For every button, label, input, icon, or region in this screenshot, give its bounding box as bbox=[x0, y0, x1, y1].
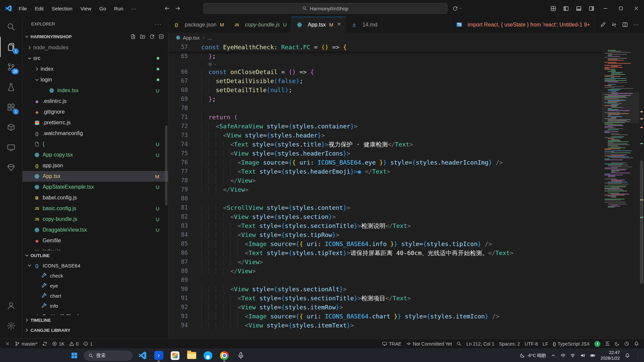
outline-item-eye[interactable]: eye bbox=[22, 281, 168, 291]
tree-item-eslintrc-js[interactable]: ◆.eslintrc.js bbox=[22, 96, 168, 107]
activity-source-control[interactable]: 28 bbox=[0, 57, 22, 77]
code-editor[interactable]: 57const EyeHealthCheck: React.FC = () =>… bbox=[168, 43, 644, 339]
battery-icon[interactable] bbox=[590, 353, 595, 358]
menu-run[interactable]: Run bbox=[110, 0, 127, 17]
minimize-button[interactable] bbox=[598, 0, 613, 17]
status-remote-indicator[interactable] bbox=[3, 339, 12, 349]
tree-item-src[interactable]: src bbox=[22, 53, 168, 64]
tree-item-node-modules[interactable]: node_modules bbox=[22, 42, 168, 53]
status-ai-status[interactable] bbox=[592, 339, 603, 349]
tab-14-md[interactable]: 14.md bbox=[346, 17, 382, 33]
outline-item-icons-base64[interactable]: {}ICONS_BASE64 bbox=[22, 260, 168, 270]
status-zoom-indicator[interactable] bbox=[454, 339, 464, 349]
editor-scrollbar[interactable] bbox=[640, 161, 643, 284]
close-button[interactable] bbox=[629, 0, 644, 17]
tree-item-item[interactable]: {U bbox=[22, 139, 168, 149]
tree-item-gitignore[interactable]: ◆.gitignore bbox=[22, 107, 168, 117]
command-center-search[interactable]: HarmonyRnShop bbox=[203, 3, 447, 14]
more-actions-button[interactable]: ··· bbox=[633, 22, 639, 28]
timeline-header[interactable]: TIMELINE bbox=[22, 315, 168, 325]
tree-item-appstateexample-tsx[interactable]: AppStateExample.tsxU bbox=[22, 182, 168, 192]
status-trae[interactable]: TRAE bbox=[380, 339, 404, 349]
toggle-panel-button[interactable] bbox=[572, 0, 585, 17]
customize-layout-button[interactable] bbox=[547, 0, 559, 17]
diff-icon[interactable] bbox=[611, 22, 617, 27]
outline-header[interactable]: OUTLINE bbox=[22, 250, 168, 260]
status-eol[interactable]: LF bbox=[540, 339, 550, 349]
menu-file[interactable]: File bbox=[15, 0, 31, 17]
activity-settings[interactable] bbox=[0, 316, 22, 336]
activity-preview[interactable] bbox=[0, 137, 22, 158]
activity-remote-explorer[interactable] bbox=[0, 117, 22, 137]
menu-view[interactable]: View bbox=[76, 0, 95, 17]
tree-item-app-copy-tsx[interactable]: App copy.tsxU bbox=[22, 149, 168, 160]
taskbar-app-vscode[interactable] bbox=[136, 349, 149, 362]
taskbar-app-file-explorer[interactable] bbox=[185, 349, 198, 362]
volume-icon[interactable] bbox=[580, 353, 585, 358]
tab-copy-bundle-js[interactable]: JScopy-bundle.jsU bbox=[229, 17, 291, 33]
refresh-icon[interactable] bbox=[149, 34, 155, 39]
outline-item-eyehealthcheck[interactable]: ƒEyeHealthCheck bbox=[22, 311, 168, 315]
collapse-all-icon[interactable] bbox=[159, 34, 164, 39]
inline-ai-widget[interactable] bbox=[168, 61, 602, 67]
project-header[interactable]: HARMONYRNSHOP bbox=[22, 31, 168, 42]
status-infos[interactable]: 1 bbox=[81, 339, 95, 349]
cangjie-library-header[interactable]: CANGJIE LIBRARY bbox=[22, 325, 168, 335]
outline-item-check[interactable]: check bbox=[22, 270, 168, 281]
status-indentation[interactable]: Spaces: 2 bbox=[497, 339, 522, 349]
overview-ruler[interactable] bbox=[639, 43, 644, 339]
status-language-mode[interactable]: {}TypeScript JSX bbox=[550, 339, 592, 349]
status-ime-mode[interactable]: 五 bbox=[603, 339, 612, 349]
menu-selection[interactable]: Selection bbox=[48, 0, 76, 17]
start-button[interactable] bbox=[68, 349, 80, 362]
tree-item-prettierrc-js[interactable]: .prettierrc.js bbox=[22, 117, 168, 128]
minimap[interactable] bbox=[602, 43, 639, 339]
taskbar-search[interactable]: 搜索 bbox=[84, 351, 132, 361]
taskbar-app-photos[interactable] bbox=[169, 349, 181, 362]
new-folder-icon[interactable] bbox=[140, 34, 145, 39]
split-editor-icon[interactable] bbox=[622, 22, 628, 27]
tree-item-login[interactable]: login bbox=[22, 74, 168, 85]
tree-item-watchmanconfig[interactable]: {}.watchmanconfig bbox=[22, 128, 168, 139]
status-clock-extension[interactable] bbox=[622, 339, 632, 349]
minimap-slider[interactable] bbox=[602, 92, 639, 123]
activity-run-debug[interactable] bbox=[0, 77, 22, 97]
tab-app-tsx[interactable]: App.tsxM bbox=[291, 17, 346, 33]
toggle-sidebar-button[interactable] bbox=[559, 0, 572, 17]
hidden-icons-chevron[interactable] bbox=[551, 353, 556, 358]
tree-item-draggableview-tsx[interactable]: DraggableView.tsxU bbox=[22, 225, 168, 235]
taskbar-app-recorder[interactable] bbox=[234, 349, 247, 362]
tree-item-babel-config-js[interactable]: Bbabel.config.js bbox=[22, 192, 168, 203]
edit-icon[interactable] bbox=[600, 22, 606, 27]
status-git-commit-status[interactable]: Not Committed Yet bbox=[404, 339, 454, 349]
weather-widget[interactable]: -6°C 晴朗 bbox=[520, 353, 546, 359]
status-cursor-position[interactable]: Ln 212, Col 1 bbox=[464, 339, 496, 349]
breadcrumb[interactable]: App.tsx ... bbox=[168, 33, 644, 43]
close-icon[interactable] bbox=[337, 22, 341, 28]
new-file-icon[interactable] bbox=[130, 34, 136, 39]
outline-item-chart[interactable]: chart bbox=[22, 291, 168, 301]
forward-icon[interactable] bbox=[175, 5, 181, 11]
notifications-bell-icon[interactable] bbox=[625, 353, 630, 358]
activity-extensions[interactable]: 1 bbox=[0, 97, 22, 117]
tree-item-app-tsx[interactable]: App.tsxM bbox=[22, 171, 168, 182]
status-night-mode[interactable] bbox=[612, 339, 622, 349]
activity-account[interactable] bbox=[0, 296, 22, 316]
status-notifications[interactable] bbox=[632, 339, 641, 349]
sidebar-scrollbar[interactable] bbox=[165, 125, 167, 205]
maximize-button[interactable] bbox=[613, 0, 629, 17]
tree-item-index-js[interactable]: JSindex.js bbox=[22, 246, 168, 250]
tab-package-json[interactable]: {}package.jsonM bbox=[168, 17, 229, 33]
outline-item-info[interactable]: info bbox=[22, 301, 168, 311]
activity-explorer[interactable]: 1 bbox=[0, 37, 22, 57]
status-errors[interactable]: 1K bbox=[50, 339, 67, 349]
show-desktop-button[interactable] bbox=[638, 351, 639, 360]
tree-item-basic-config-js[interactable]: JSbasic.config.jsU bbox=[22, 203, 168, 214]
wifi-icon[interactable] bbox=[570, 353, 575, 358]
sync-dropdown[interactable] bbox=[452, 0, 462, 17]
status-warnings[interactable]: 0 bbox=[67, 339, 81, 349]
toggle-secondary-sidebar-button[interactable] bbox=[585, 0, 598, 17]
menu-edit[interactable]: Edit bbox=[31, 0, 48, 17]
tab-import-react-uses[interactable]: TSimport React, { useState } from 'react… bbox=[451, 17, 595, 33]
taskbar-app-trae[interactable] bbox=[152, 349, 165, 362]
